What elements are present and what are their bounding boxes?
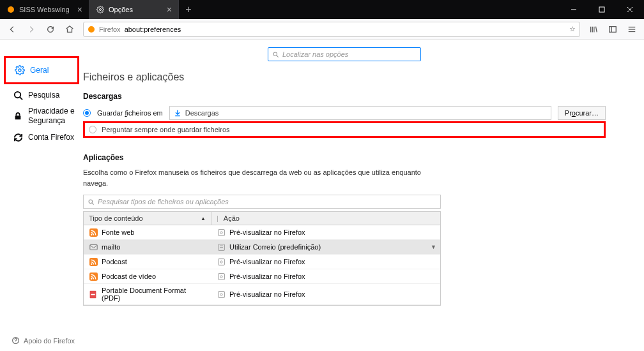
always-ask-radio[interactable] (89, 126, 96, 133)
sidebar-item-account[interactable]: Conta Firefox (0, 129, 83, 146)
svg-rect-39 (218, 291, 224, 297)
sidebar-item-privacy[interactable]: Privacidade e Segurança (0, 103, 83, 129)
svg-point-30 (91, 263, 92, 264)
rss-icon (89, 228, 98, 237)
svg-rect-7 (610, 26, 617, 32)
firefox-icon (88, 26, 95, 33)
forward-button[interactable] (23, 21, 40, 38)
svg-rect-23 (218, 229, 224, 235)
search-placeholder: Localizar nas opções (282, 50, 348, 58)
minimize-button[interactable] (560, 0, 588, 19)
svg-point-6 (88, 26, 95, 33)
section-title: Ficheiros e aplicações (83, 71, 606, 83)
download-folder-name: Descargas (185, 109, 219, 117)
content-type: Podcast de vídeo (102, 273, 156, 280)
maximize-button[interactable] (588, 0, 616, 19)
highlight-ask-row: Perguntar sempre onde guardar ficheiros (83, 121, 606, 138)
download-folder-input[interactable]: Descargas (169, 106, 551, 120)
svg-rect-31 (218, 258, 224, 265)
svg-point-40 (220, 293, 222, 295)
svg-point-19 (89, 200, 93, 204)
search-icon (13, 90, 23, 100)
close-window-button[interactable] (616, 0, 644, 19)
chevron-down-icon[interactable]: ▼ (431, 244, 436, 250)
svg-point-36 (220, 275, 222, 277)
table-row[interactable]: Portable Document Format (PDF)Pré-visual… (84, 284, 440, 305)
highlight-general: Geral (4, 56, 79, 84)
close-icon[interactable]: × (77, 4, 82, 15)
table-header: Tipo de conteúdo▲ |Ação (84, 212, 440, 225)
tab-siss[interactable]: SISS Webswing × (0, 0, 89, 19)
table-row[interactable]: Podcast de vídeoPré-visualizar no Firefo… (84, 269, 440, 284)
action-icon (217, 228, 226, 237)
back-button[interactable] (4, 21, 20, 38)
svg-point-1 (100, 9, 102, 11)
gear-icon (15, 65, 25, 75)
svg-point-0 (8, 6, 14, 13)
sidebar-item-search[interactable]: Pesquisa (0, 87, 83, 103)
help-label: Apoio do Firefox (24, 337, 75, 345)
pdf-icon (89, 290, 98, 299)
svg-rect-29 (89, 258, 98, 266)
bookmark-star-icon[interactable]: ☆ (569, 25, 576, 33)
search-icon (88, 198, 95, 205)
new-tab-button[interactable]: + (179, 0, 198, 19)
download-arrow-icon (174, 109, 181, 117)
action-label: Utilizar Correio (predefinição) (229, 243, 321, 251)
svg-rect-38 (91, 294, 96, 295)
browse-button[interactable]: Procurar… (558, 106, 606, 120)
applications-section: Aplicações Escolha como o Firefox manuse… (83, 153, 606, 306)
column-type[interactable]: Tipo de conteúdo▲ (84, 212, 211, 225)
svg-rect-3 (599, 7, 604, 12)
sidebar-item-label: Conta Firefox (28, 133, 74, 142)
sidebar-item-general[interactable]: Geral (6, 62, 77, 78)
apps-heading: Aplicações (83, 153, 606, 162)
table-row[interactable]: Fonte webPré-visualizar no Firefox (84, 225, 440, 240)
preferences-sidebar: Geral Pesquisa Privacidade e Segurança C… (0, 40, 83, 351)
svg-line-14 (20, 97, 22, 100)
search-icon (272, 51, 279, 58)
sidebar-button[interactable] (604, 21, 621, 38)
url-bar[interactable]: Firefox about:preferences ☆ (83, 22, 580, 37)
sidebar-item-label: Pesquisa (28, 91, 59, 100)
svg-point-32 (220, 260, 222, 262)
gear-icon (96, 5, 105, 14)
table-row[interactable]: PodcastPré-visualizar no Firefox (84, 255, 440, 269)
apps-search-input[interactable]: Pesquisar tipos de ficheiros ou aplicaçõ… (83, 195, 441, 209)
svg-rect-35 (218, 273, 224, 280)
table-row[interactable]: mailtoUtilizar Correio (predefinição)▼ (84, 240, 440, 255)
svg-rect-21 (89, 228, 98, 237)
action-label: Pré-visualizar no Firefox (229, 290, 305, 298)
action-icon (217, 272, 226, 281)
svg-point-22 (91, 234, 92, 235)
content-type: Portable Document Format (PDF) (102, 287, 206, 302)
sync-icon (13, 132, 23, 142)
firefox-support-link[interactable]: Apoio do Firefox (12, 336, 75, 345)
lock-icon (13, 111, 23, 121)
column-action[interactable]: |Ação (211, 212, 440, 225)
always-ask-label: Perguntar sempre onde guardar ficheiros (102, 126, 230, 133)
action-icon (217, 257, 226, 266)
svg-point-12 (19, 69, 21, 71)
tab-options[interactable]: Opções × (89, 0, 179, 19)
home-button[interactable] (61, 21, 78, 38)
svg-point-16 (273, 52, 277, 56)
tab-strip: SISS Webswing × Opções × + (0, 0, 560, 19)
svg-line-17 (277, 55, 279, 57)
library-button[interactable] (585, 21, 602, 38)
save-files-row: Guardar ficheiros em Descargas Procurar… (83, 106, 606, 120)
save-files-label: Guardar ficheiros em (97, 109, 163, 117)
reload-button[interactable] (42, 21, 59, 38)
preferences-search-input[interactable]: Localizar nas opções (268, 47, 421, 61)
apps-search-placeholder: Pesquisar tipos de ficheiros ou aplicaçõ… (98, 198, 229, 205)
svg-line-20 (92, 202, 94, 204)
svg-rect-25 (89, 244, 96, 250)
svg-rect-33 (89, 273, 98, 281)
preferences-content: Localizar nas opções Ficheiros e aplicaç… (83, 40, 644, 351)
rss-icon (89, 257, 98, 266)
close-icon[interactable]: × (167, 4, 172, 15)
save-files-radio[interactable] (83, 109, 91, 117)
menu-button[interactable] (624, 21, 640, 38)
downloads-heading: Descargas (83, 92, 606, 101)
window-titlebar: SISS Webswing × Opções × + (0, 0, 644, 19)
